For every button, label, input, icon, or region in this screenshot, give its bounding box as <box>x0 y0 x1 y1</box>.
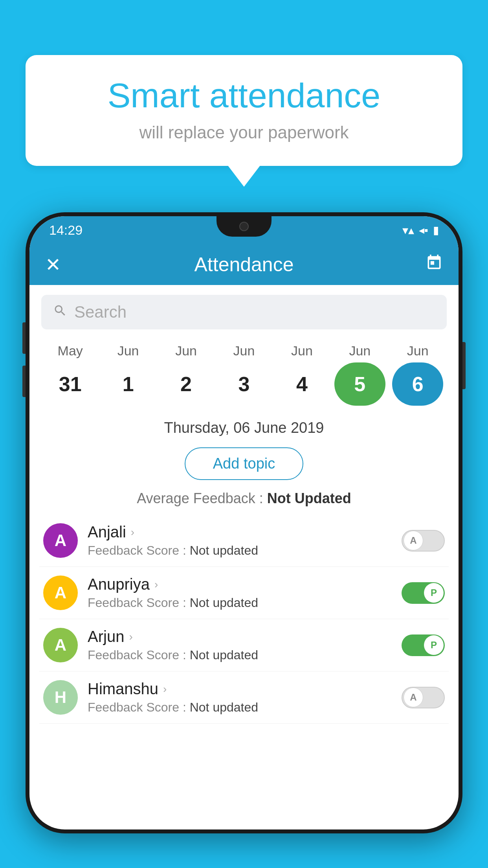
month-labels: MayJunJunJunJunJunJun <box>37 343 451 359</box>
phone-screen: 14:29 ▾▴ ◂▪ ▮ ✕ Attendance <box>29 216 459 829</box>
battery-icon: ▮ <box>433 224 439 237</box>
status-icons: ▾▴ ◂▪ ▮ <box>402 223 439 237</box>
month-label-5: Jun <box>334 343 385 359</box>
speech-bubble-container: Smart attendance will replace your paper… <box>26 55 462 187</box>
student-item-2[interactable]: AArjun›Feedback Score : Not updatedP <box>39 619 449 671</box>
calendar-button[interactable] <box>426 254 443 275</box>
close-button[interactable]: ✕ <box>45 254 69 276</box>
student-name-row-1: Anupriya› <box>88 576 392 593</box>
toggle-container-2[interactable]: P <box>402 634 445 656</box>
toggle-thumb-0: A <box>404 531 423 550</box>
month-label-6: Jun <box>392 343 443 359</box>
toggle-thumb-2: P <box>424 635 444 655</box>
date-item-5[interactable]: 5 <box>334 362 385 406</box>
power-button <box>462 342 466 389</box>
student-list: AAnjali›Feedback Score : Not updatedAAAn… <box>29 515 459 724</box>
student-name-row-0: Anjali› <box>88 523 392 541</box>
student-avatar-1: A <box>43 576 78 610</box>
toggle-container-3[interactable]: A <box>402 687 445 708</box>
student-chevron-icon-1: › <box>154 578 158 591</box>
student-item-1[interactable]: AAnupriya›Feedback Score : Not updatedP <box>39 567 449 619</box>
speech-bubble-arrow <box>227 165 261 187</box>
attendance-toggle-0[interactable]: A <box>402 530 445 552</box>
student-feedback-0: Feedback Score : Not updated <box>88 543 392 558</box>
student-name-2: Arjun <box>88 628 124 645</box>
calendar-row: MayJunJunJunJunJunJun 31123456 <box>29 335 459 414</box>
attendance-toggle-1[interactable]: P <box>402 582 445 604</box>
date-labels: 31123456 <box>37 359 451 414</box>
student-feedback-1: Feedback Score : Not updated <box>88 596 392 610</box>
toggle-thumb-3: A <box>404 688 423 707</box>
wifi-icon: ▾▴ <box>402 223 414 237</box>
add-topic-button[interactable]: Add topic <box>185 447 303 480</box>
month-label-3: Jun <box>218 343 270 359</box>
selected-date-text: Thursday, 06 June 2019 <box>164 419 324 436</box>
month-label-2: Jun <box>161 343 212 359</box>
date-item-3[interactable]: 3 <box>218 362 270 406</box>
add-topic-container: Add topic <box>29 447 459 480</box>
phone-frame: 14:29 ▾▴ ◂▪ ▮ ✕ Attendance <box>26 212 462 833</box>
app-bar: ✕ Attendance <box>29 244 459 285</box>
month-label-1: Jun <box>103 343 154 359</box>
date-item-1[interactable]: 1 <box>103 362 154 406</box>
toggle-container-1[interactable]: P <box>402 582 445 604</box>
average-feedback: Average Feedback : Not Updated <box>29 487 459 515</box>
student-name-1: Anupriya <box>88 576 150 593</box>
speech-bubble-subtitle: will replace your paperwork <box>49 123 439 142</box>
volume-button-2 <box>22 366 26 397</box>
phone-notch <box>216 216 272 237</box>
app-bar-title: Attendance <box>69 253 419 276</box>
date-item-2[interactable]: 2 <box>161 362 212 406</box>
student-info-3: Himanshu›Feedback Score : Not updated <box>88 680 392 715</box>
speech-bubble: Smart attendance will replace your paper… <box>26 55 462 166</box>
student-info-1: Anupriya›Feedback Score : Not updated <box>88 576 392 610</box>
avg-feedback-value: Not Updated <box>267 490 351 506</box>
student-name-row-2: Arjun› <box>88 628 392 645</box>
student-chevron-icon-3: › <box>163 683 167 695</box>
speech-bubble-title: Smart attendance <box>49 77 439 115</box>
student-feedback-3: Feedback Score : Not updated <box>88 700 392 715</box>
avg-feedback-label: Average Feedback : <box>137 490 267 506</box>
date-item-0[interactable]: 31 <box>45 362 96 406</box>
student-avatar-0: A <box>43 523 78 558</box>
notch-camera <box>239 222 249 231</box>
student-feedback-2: Feedback Score : Not updated <box>88 648 392 662</box>
student-name-3: Himanshu <box>88 680 158 698</box>
phone-container: 14:29 ▾▴ ◂▪ ▮ ✕ Attendance <box>26 212 462 868</box>
status-time: 14:29 <box>49 223 83 238</box>
selected-date-info: Thursday, 06 June 2019 <box>29 414 459 440</box>
search-icon <box>53 303 67 321</box>
student-name-row-3: Himanshu› <box>88 680 392 698</box>
toggle-container-0[interactable]: A <box>402 530 445 552</box>
student-info-0: Anjali›Feedback Score : Not updated <box>88 523 392 558</box>
student-chevron-icon-2: › <box>129 631 132 643</box>
month-label-0: May <box>45 343 96 359</box>
month-label-4: Jun <box>276 343 327 359</box>
attendance-toggle-3[interactable]: A <box>402 687 445 708</box>
student-avatar-2: A <box>43 628 78 662</box>
student-item-0[interactable]: AAnjali›Feedback Score : Not updatedA <box>39 515 449 567</box>
student-item-3[interactable]: HHimanshu›Feedback Score : Not updatedA <box>39 671 449 724</box>
search-bar[interactable]: Search <box>41 295 447 329</box>
toggle-thumb-1: P <box>424 583 444 603</box>
student-info-2: Arjun›Feedback Score : Not updated <box>88 628 392 662</box>
signal-icon: ◂▪ <box>419 224 428 237</box>
student-chevron-icon-0: › <box>131 526 134 539</box>
student-avatar-3: H <box>43 680 78 715</box>
date-item-6[interactable]: 6 <box>392 362 443 406</box>
date-item-4[interactable]: 4 <box>276 362 327 406</box>
student-name-0: Anjali <box>88 523 126 541</box>
attendance-toggle-2[interactable]: P <box>402 634 445 656</box>
search-placeholder: Search <box>74 303 435 322</box>
volume-button-1 <box>22 322 26 354</box>
